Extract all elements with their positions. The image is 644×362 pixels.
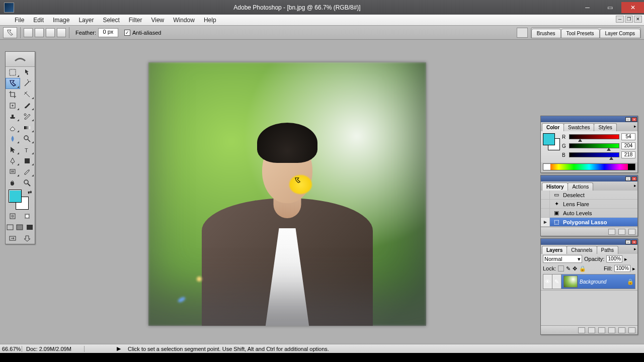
- layer-set-icon[interactable]: [598, 327, 605, 333]
- selection-intersect-button[interactable]: [57, 28, 66, 37]
- layer-mask-icon[interactable]: [588, 327, 595, 333]
- history-item-active[interactable]: ▸⬚Polygonal Lasso: [541, 218, 637, 227]
- jump-to-other[interactable]: [20, 233, 35, 244]
- edit-quick-mask-mode[interactable]: [20, 211, 35, 222]
- window-close-button[interactable]: ✕: [621, 2, 644, 13]
- tool-marquee[interactable]: [6, 67, 20, 78]
- layer-edit-icon[interactable]: ✎: [552, 275, 561, 289]
- screen-mode-standard[interactable]: [6, 222, 15, 233]
- tool-blur[interactable]: [6, 133, 20, 144]
- tab-actions[interactable]: Actions: [568, 183, 593, 191]
- panel-minimize-button[interactable]: -: [625, 240, 631, 244]
- tool-history-brush[interactable]: [20, 111, 35, 122]
- panel-close-button[interactable]: ×: [631, 240, 637, 244]
- layer-visibility-icon[interactable]: 👁: [543, 275, 552, 289]
- lock-pixels-icon[interactable]: ✎: [566, 265, 571, 272]
- blend-mode-select[interactable]: Normal▾: [543, 255, 582, 263]
- color-spectrum[interactable]: [543, 163, 635, 170]
- r-value[interactable]: 54: [621, 133, 635, 140]
- selection-new-button[interactable]: [24, 28, 33, 37]
- tool-hand[interactable]: [6, 177, 20, 189]
- screen-mode-full-menubar[interactable]: [15, 222, 25, 233]
- layer-new-icon[interactable]: [618, 327, 625, 333]
- zoom-level[interactable]: 66.67%: [2, 346, 22, 352]
- layer-thumbnail[interactable]: [564, 276, 578, 288]
- tab-layers[interactable]: Layers: [542, 246, 567, 254]
- document-canvas[interactable]: [148, 62, 426, 326]
- toolbox-grip[interactable]: [6, 52, 35, 67]
- fill-input[interactable]: 100%: [614, 265, 630, 272]
- opacity-input[interactable]: 100%: [606, 255, 622, 262]
- panel-close-button[interactable]: ×: [631, 117, 637, 122]
- tool-dodge[interactable]: [20, 133, 35, 144]
- g-slider[interactable]: [569, 143, 619, 148]
- tool-move[interactable]: [20, 67, 35, 78]
- layer-delete-icon[interactable]: [628, 327, 635, 333]
- tool-pen[interactable]: [6, 155, 20, 166]
- b-slider[interactable]: [569, 152, 619, 157]
- anti-aliased-checkbox[interactable]: ✓: [124, 30, 130, 36]
- tool-zoom[interactable]: [20, 177, 35, 189]
- doc-size[interactable]: Doc: 2.09M/2.09M: [24, 346, 85, 352]
- tab-styles[interactable]: Styles: [594, 123, 616, 131]
- tool-healing-brush[interactable]: [6, 100, 20, 111]
- panel-menu-icon[interactable]: ▸: [634, 246, 636, 251]
- doc-restore-button[interactable]: ❐: [625, 16, 633, 23]
- menu-image[interactable]: Image: [48, 15, 74, 26]
- tool-crop[interactable]: [6, 89, 20, 100]
- tool-slice[interactable]: [20, 89, 35, 100]
- tab-swatches[interactable]: Swatches: [564, 123, 594, 131]
- dock-tab-brushes[interactable]: Brushes: [531, 29, 561, 38]
- tool-lasso[interactable]: [6, 78, 20, 89]
- dock-tab-tool-presets[interactable]: Tool Presets: [561, 29, 600, 38]
- feather-input[interactable]: 0 px: [98, 28, 118, 37]
- tool-gradient[interactable]: [20, 122, 35, 133]
- tab-channels[interactable]: Channels: [567, 246, 597, 254]
- jump-to-imageready[interactable]: [6, 233, 20, 244]
- doc-close-button[interactable]: ✕: [634, 16, 642, 23]
- menu-filter[interactable]: Filter: [124, 15, 147, 26]
- tab-paths[interactable]: Paths: [597, 246, 619, 254]
- edit-standard-mode[interactable]: [6, 211, 20, 222]
- tool-clone-stamp[interactable]: [6, 111, 20, 122]
- menu-layer[interactable]: Layer: [74, 15, 98, 26]
- b-value[interactable]: 218: [621, 151, 635, 158]
- history-new-snapshot-icon[interactable]: [618, 229, 625, 235]
- layer-row[interactable]: 👁 ✎ Background 🔒: [543, 274, 635, 289]
- panel-menu-icon[interactable]: ▸: [634, 124, 636, 129]
- tab-history[interactable]: History: [542, 183, 568, 191]
- tab-color[interactable]: Color: [542, 123, 564, 131]
- tool-magic-wand[interactable]: [20, 78, 35, 89]
- menu-select[interactable]: Select: [98, 15, 124, 26]
- foreground-color-swatch[interactable]: [9, 190, 22, 203]
- screen-mode-full[interactable]: [25, 222, 35, 233]
- menu-help[interactable]: Help: [199, 15, 221, 26]
- lock-all-icon[interactable]: 🔒: [579, 265, 586, 272]
- selection-subtract-button[interactable]: [46, 28, 55, 37]
- layer-fx-icon[interactable]: [578, 327, 585, 333]
- active-tool-icon[interactable]: [3, 27, 17, 38]
- menu-edit[interactable]: Edit: [29, 15, 48, 26]
- layer-adjustment-icon[interactable]: [608, 327, 615, 333]
- menu-window[interactable]: Window: [169, 15, 199, 26]
- g-value[interactable]: 204: [621, 142, 635, 149]
- tool-path-selection[interactable]: [6, 144, 20, 155]
- tool-notes[interactable]: [6, 166, 20, 177]
- tool-type[interactable]: T: [20, 144, 35, 155]
- window-maximize-button[interactable]: ▭: [599, 2, 621, 13]
- panel-menu-icon[interactable]: ▸: [634, 183, 636, 188]
- swap-colors-icon[interactable]: ⇄: [28, 190, 32, 195]
- panel-foreground-swatch[interactable]: [543, 133, 555, 145]
- tool-eyedropper[interactable]: [20, 166, 35, 177]
- color-picker[interactable]: ⇄: [6, 189, 35, 211]
- window-minimize-button[interactable]: ─: [576, 2, 599, 13]
- tool-eraser[interactable]: [6, 122, 20, 133]
- panel-minimize-button[interactable]: -: [625, 176, 631, 181]
- history-delete-icon[interactable]: [628, 229, 635, 235]
- history-item[interactable]: ▣Auto Levels: [541, 209, 637, 218]
- layer-name[interactable]: Background: [580, 279, 627, 285]
- doc-minimize-button[interactable]: ─: [616, 16, 624, 23]
- dock-tab-layer-comps[interactable]: Layer Comps: [600, 29, 640, 38]
- lock-position-icon[interactable]: ✥: [573, 265, 577, 272]
- history-item[interactable]: ✦Lens Flare: [541, 200, 637, 209]
